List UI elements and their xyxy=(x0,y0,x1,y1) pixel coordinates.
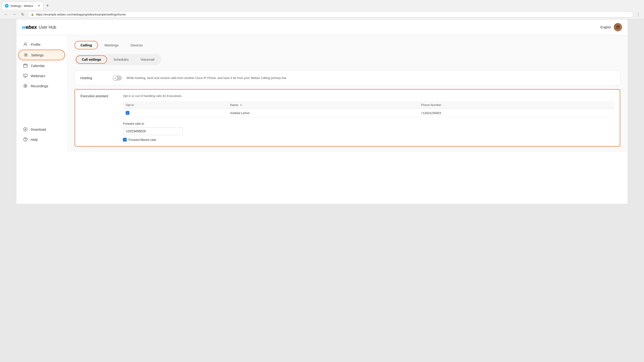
lock-icon: 🔒 xyxy=(31,13,34,16)
hoteling-label: Hoteling xyxy=(80,76,108,80)
reload-button[interactable]: ↻ xyxy=(20,11,26,18)
sidebar-item-settings[interactable]: Settings xyxy=(18,50,65,60)
back-button[interactable]: ← xyxy=(3,11,9,18)
toggle-thumb: ✕ xyxy=(113,76,117,80)
col-opt-in: Opt-in xyxy=(123,101,228,109)
sidebar-label-webinars: Webinars xyxy=(31,74,45,78)
recordings-icon xyxy=(23,83,28,88)
sub-tab-voicemail[interactable]: Voicemail xyxy=(135,55,160,64)
sidebar-label-profile: Profile xyxy=(31,43,40,46)
hoteling-row: Hoteling ✕ While hoteling, send and rece… xyxy=(75,71,620,85)
hoteling-toggle[interactable]: ✕ xyxy=(112,76,122,81)
main-content: Calling Meetings Devices Call settings S… xyxy=(67,35,628,152)
tab-title: Settings - Webex xyxy=(10,4,33,8)
help-icon xyxy=(23,137,28,142)
sidebar-item-help[interactable]: Help xyxy=(18,135,65,144)
forward-filtered-checkbox[interactable]: ✓ xyxy=(123,138,127,142)
sidebar-item-calendar[interactable]: Calendar xyxy=(18,61,65,70)
sub-tab-call-settings[interactable]: Call settings xyxy=(76,55,107,64)
tab-meetings[interactable]: Meetings xyxy=(99,41,124,49)
sidebar-label-calendar: Calendar xyxy=(31,64,45,68)
app-window: webex User Hub English 👩🏾 Profil xyxy=(16,20,628,204)
sidebar-label-help: Help xyxy=(31,138,38,142)
opt-in-checkbox[interactable]: ✓ xyxy=(126,111,130,115)
table-body: ✓ Andrew Lemor +12021235923 xyxy=(123,109,614,117)
svg-rect-3 xyxy=(24,74,27,77)
forward-section: Forward calls to ✓ Forward filtered call… xyxy=(123,122,614,142)
executive-content: Opt in or out of handling calls for Exec… xyxy=(123,94,614,142)
sidebar-bottom: Download Help xyxy=(16,124,67,148)
language-selector[interactable]: English xyxy=(600,26,611,29)
user-avatar[interactable]: 👩🏾 xyxy=(614,23,622,32)
new-tab-button[interactable]: + xyxy=(44,2,51,9)
executive-label: Executive assistant xyxy=(80,94,118,142)
sidebar: Profile Settings xyxy=(16,35,67,152)
calendar-icon xyxy=(23,63,28,68)
col-name[interactable]: Name ⇅ xyxy=(228,101,418,109)
sort-icon: ⇅ xyxy=(240,104,242,106)
forward-calls-label: Forward calls to xyxy=(123,122,614,125)
svg-point-1 xyxy=(25,54,26,56)
table-row: ✓ Andrew Lemor +12021235923 xyxy=(123,109,614,117)
name-cell: Andrew Lemor xyxy=(228,109,418,117)
forward-calls-input[interactable] xyxy=(123,127,183,135)
opt-in-cell: ✓ xyxy=(123,109,228,117)
webex-logo: webex xyxy=(22,24,37,30)
browser-toolbar: ← → ↻ 🔒 https://example.webex.com/webapp… xyxy=(0,10,644,19)
sidebar-label-settings: Settings xyxy=(31,53,44,57)
top-tabs: Calling Meetings Devices xyxy=(74,41,620,49)
hoteling-description: While hoteling, send and receive calls f… xyxy=(126,76,287,80)
url-text: https://example.webex.com/webappng/sites… xyxy=(36,13,630,16)
forward-filtered-label: Forward filtered calls xyxy=(128,138,156,142)
sub-tabs: Call settings Schedules Voicemail xyxy=(74,54,162,65)
hoteling-section: Hoteling ✕ While hoteling, send and rece… xyxy=(74,71,620,85)
table-header-row: Opt-in Name ⇅ Phone Number xyxy=(123,101,614,109)
executive-assistant-section: Executive assistant Opt in or out of han… xyxy=(74,89,620,147)
header-right: English 👩🏾 xyxy=(600,23,622,32)
svg-point-8 xyxy=(25,140,26,141)
tab-favicon: W xyxy=(5,4,8,8)
webinars-icon xyxy=(23,73,28,78)
table-head: Opt-in Name ⇅ Phone Number xyxy=(123,101,614,109)
sidebar-label-download: Download xyxy=(31,127,46,131)
more-options-button[interactable]: ⋮ xyxy=(635,11,641,18)
toggle-x-icon: ✕ xyxy=(114,77,116,79)
profile-icon xyxy=(23,42,28,47)
tab-calling[interactable]: Calling xyxy=(74,41,98,49)
forward-button[interactable]: → xyxy=(11,11,18,18)
executive-description: Opt in or out of handling calls for Exec… xyxy=(123,94,614,98)
sidebar-item-profile[interactable]: Profile xyxy=(18,40,65,49)
app-name: User Hub xyxy=(39,25,56,30)
sidebar-label-recordings: Recordings xyxy=(31,84,48,88)
phone-cell: +12021235923 xyxy=(418,109,614,117)
sidebar-item-webinars[interactable]: Webinars xyxy=(18,71,65,81)
svg-point-5 xyxy=(25,85,26,87)
app-body: Profile Settings xyxy=(16,35,628,152)
tab-close-button[interactable]: ✕ xyxy=(38,4,40,8)
svg-rect-2 xyxy=(24,64,27,67)
browser-tabs: W Settings - Webex ✕ + xyxy=(0,0,644,10)
executive-table: Opt-in Name ⇅ Phone Number xyxy=(123,101,614,117)
active-tab[interactable]: W Settings - Webex ✕ xyxy=(2,2,43,10)
forward-filtered-row: ✓ Forward filtered calls xyxy=(123,138,614,142)
browser-chrome: W Settings - Webex ✕ + ← → ↻ 🔒 https://e… xyxy=(0,0,644,20)
hoteling-toggle-container: ✕ xyxy=(112,76,122,81)
address-bar[interactable]: 🔒 https://example.webex.com/webappng/sit… xyxy=(28,11,634,18)
col-phone: Phone Number xyxy=(418,101,614,109)
settings-icon xyxy=(23,52,28,58)
download-icon xyxy=(23,127,28,132)
logo-area: webex User Hub xyxy=(22,24,56,30)
sidebar-item-recordings[interactable]: Recordings xyxy=(18,81,65,91)
app-header: webex User Hub English 👩🏾 xyxy=(16,20,628,35)
tab-devices[interactable]: Devices xyxy=(125,41,148,49)
sidebar-nav: Profile Settings xyxy=(16,39,67,124)
sub-tab-schedules[interactable]: Schedules xyxy=(108,55,134,64)
executive-header: Executive assistant Opt in or out of han… xyxy=(80,94,614,142)
sidebar-item-download[interactable]: Download xyxy=(18,124,65,134)
